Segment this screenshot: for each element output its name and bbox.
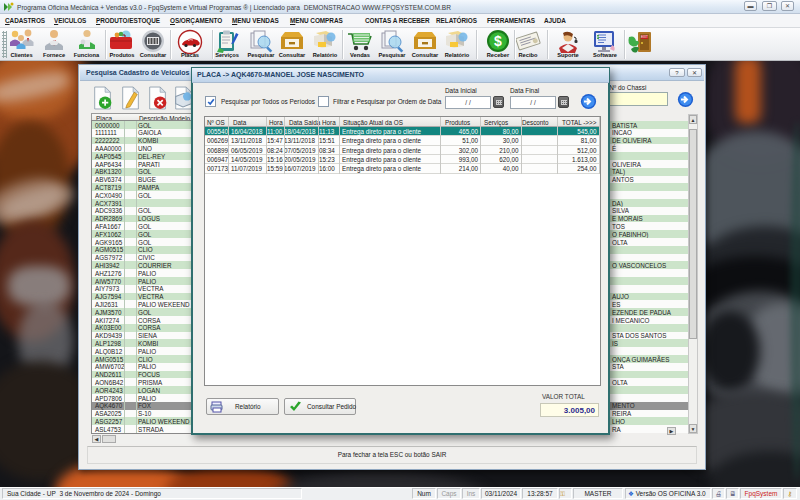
- svg-text:$: $: [494, 33, 502, 49]
- svg-text:EXIT: EXIT: [641, 35, 648, 39]
